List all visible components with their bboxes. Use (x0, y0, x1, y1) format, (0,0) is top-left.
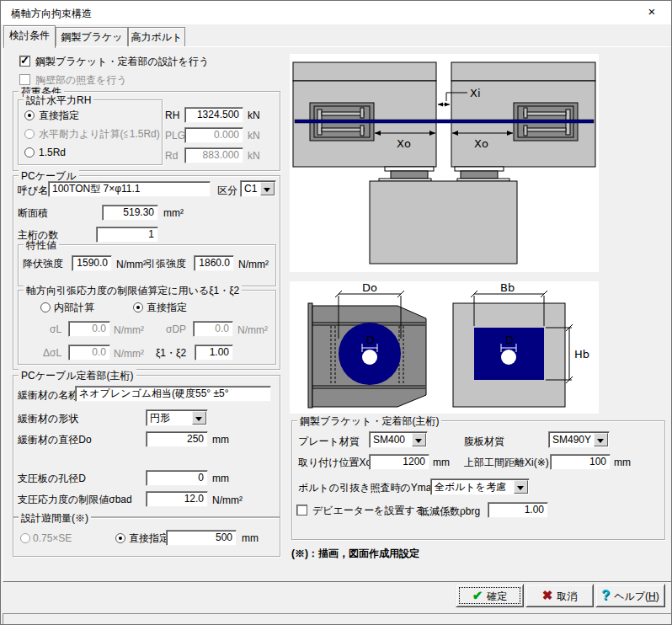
radio-calc-from-capacity[interactable] (24, 129, 35, 139)
radio-1-5rd-label: 1.5Rd (39, 147, 66, 159)
radio-direct-input-rh-label: 直接指定 (39, 110, 79, 122)
ymax-combo[interactable]: 全ボルトを考慮 (430, 478, 530, 495)
tab-examination-conditions[interactable]: 検討条件 (3, 25, 56, 48)
bearing-stress-label: 支圧応力度の制限値σbad (18, 494, 132, 506)
xo-right-dimension-label: Xo (474, 137, 488, 150)
section-area-field[interactable]: 519.30 (102, 205, 158, 221)
sigma-l-field[interactable]: 0.0 (68, 321, 110, 337)
x-icon: ✖ (542, 588, 553, 602)
radio-internal-calc[interactable] (40, 302, 51, 312)
class-label: 区分 (217, 184, 237, 197)
xo-left-dimension-label: Xo (397, 137, 411, 150)
dialog-title: 橋軸方向拘束構造 (11, 7, 92, 21)
yield-strength-field[interactable]: 1590.0 (72, 255, 112, 271)
design-bracket-checkbox[interactable]: ✓ (19, 56, 30, 67)
radio-direct-input-rh[interactable] (24, 110, 35, 120)
radio-direct-input-xi-label: 直接指定 (147, 302, 187, 314)
pc-cable-line (295, 120, 594, 123)
buffer-diameter-unit: mm (212, 434, 229, 446)
plg-label: PLG (165, 130, 185, 142)
chevron-down-icon[interactable] (412, 433, 426, 446)
buffer-shape-combo[interactable]: 円形 (146, 409, 208, 426)
bearing-stress-field[interactable]: 12.0 (146, 491, 208, 507)
d-dimension-label-left: D (366, 334, 375, 346)
chevron-down-icon[interactable] (514, 480, 528, 494)
xi-product-field[interactable]: 1.00 (195, 345, 233, 361)
radio-direct-input-gap-label: 直接指定 (129, 532, 169, 545)
girder-diagram: Xi Xo Xo (290, 54, 599, 272)
tensile-strength-unit: N/mm² (238, 259, 269, 271)
chevron-down-icon[interactable] (192, 411, 206, 425)
rh-field[interactable]: 1324.500 (184, 107, 243, 123)
check-icon: ✓ (20, 54, 29, 67)
title-bar: 橋軸方向拘束構造 × (1, 1, 671, 24)
cable-name-label: 呼び名 (18, 184, 48, 197)
buffer-diameter-label: 緩衝材の直径Do (18, 434, 92, 446)
ok-button[interactable]: ✔確定 (456, 584, 524, 607)
superstructure-distance-label: 上部工間距離Xi(※) (464, 457, 549, 469)
deviator-label: デビエーターを設置する (312, 505, 425, 517)
rh-label: RH (165, 110, 179, 122)
tensile-strength-label: 引張強度 (146, 258, 186, 270)
tensile-strength-field[interactable]: 1860.0 (194, 255, 234, 271)
plate-material-label: プレート材質 (298, 435, 360, 448)
superstructure-distance-field[interactable]: 100 (550, 454, 611, 470)
radio-075-se[interactable] (20, 533, 30, 543)
yield-strength-label: 降伏強度 (23, 258, 63, 270)
reduction-factor-field[interactable]: 1.00 (488, 502, 548, 518)
bearing-stress-unit: N/mm² (212, 494, 243, 507)
plate-material-combo[interactable]: SM400 (369, 431, 428, 448)
radio-direct-input-gap[interactable] (115, 533, 125, 543)
chevron-down-icon[interactable] (260, 182, 275, 195)
delta-sigma-l-unit: N/mm² (114, 348, 144, 361)
d-dimension-label-right: D (505, 334, 514, 346)
radio-direct-input-xi[interactable] (133, 302, 143, 312)
plg-field[interactable]: 0.000 (184, 127, 243, 143)
class-combo[interactable]: C1 (240, 180, 276, 197)
focus-rect (459, 587, 520, 604)
delta-sigma-l-field[interactable]: 0.0 (68, 345, 110, 361)
web-material-combo[interactable]: SM490Y (548, 431, 610, 448)
reduction-factor-label: 低減係数ρbrg (419, 505, 480, 518)
help-button[interactable]: ?ヘルプ(H) (595, 584, 665, 607)
radio-internal-calc-label: 内部計算 (54, 302, 94, 314)
mount-position-field[interactable]: 1200 (369, 454, 429, 470)
radio-calc-from-capacity-label: 水平耐力より計算(≦1.5Rd) (39, 128, 160, 141)
girder-diagram-panel: Xi Xo Xo (290, 54, 599, 272)
bb-dimension-label: Bb (500, 281, 515, 294)
buffer-name-field[interactable]: ネオプレンゴム相当(硬度55° ±5° (75, 386, 271, 402)
parapet-check-checkbox[interactable]: ✓ (19, 74, 30, 85)
plate-hole-field[interactable]: 0 (146, 470, 208, 486)
deviator-checkbox[interactable]: ✓ (296, 505, 307, 515)
close-icon[interactable]: × (632, 1, 671, 24)
buffer-name-label: 緩衝材の名称 (18, 389, 78, 402)
chevron-down-icon[interactable] (594, 433, 608, 446)
rd-field[interactable]: 883.000 (184, 147, 243, 163)
buffer-diameter-field[interactable]: 250 (146, 431, 208, 447)
tab-high-strength-bolt[interactable]: 高力ボルト (128, 27, 185, 48)
girder-count-label: 主桁の数 (18, 229, 58, 242)
ymax-label: ボルトの引抜き照査時のYmax (298, 482, 436, 494)
sigma-dp-unit: N/mm² (237, 324, 268, 337)
design-gap-unit: mm (242, 532, 259, 545)
radio-1-5rd[interactable] (24, 147, 35, 158)
girder-count-field[interactable]: 1 (96, 227, 158, 243)
sigma-dp-label: σDP (166, 323, 186, 336)
hb-dimension-label: Hb (574, 348, 589, 361)
rd-label: Rd (165, 150, 178, 163)
xi-dimension-label: Xi (470, 87, 481, 99)
buffer-diagram-panel: D Do D Bb Hb (290, 281, 599, 414)
mount-position-label: 取り付け位置Xo (298, 457, 371, 469)
design-gap-field[interactable]: 500 (166, 530, 237, 546)
sigma-dp-field[interactable]: 0.0 (193, 321, 233, 337)
cable-name-field[interactable]: 100TON型 7×φ11.1 (48, 181, 211, 197)
tab-steel-bracket[interactable]: 鋼製ブラケット (56, 27, 128, 48)
radio-075-se-label: 0.75×SE (33, 532, 72, 545)
rd-unit: kN (248, 150, 260, 163)
plg-unit: kN (248, 130, 260, 142)
mount-position-unit: mm (433, 457, 450, 469)
cancel-button[interactable]: ✖取消 (525, 584, 594, 607)
anchorage-legend: PCケーブル定着部(主桁) (19, 369, 136, 383)
do-dimension-label: Do (362, 281, 377, 294)
xi-product-label: ξ1・ξ2 (156, 347, 186, 360)
